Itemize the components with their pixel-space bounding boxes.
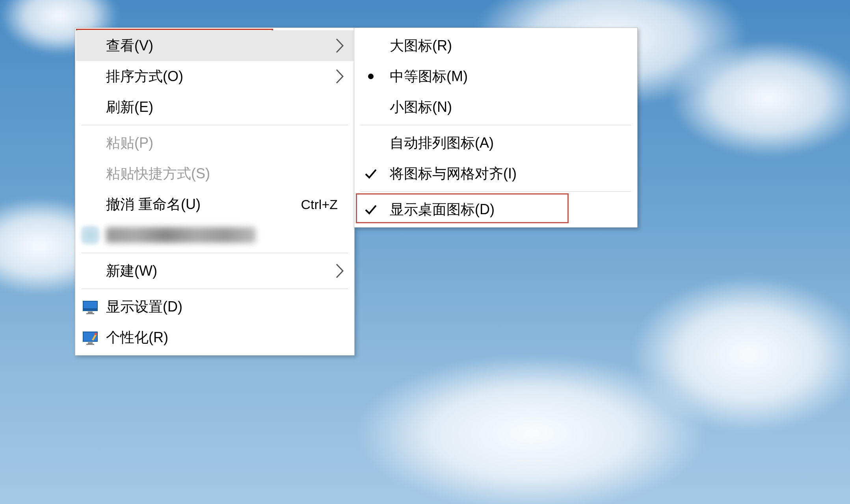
menu-label: 排序方式(O) xyxy=(106,67,334,86)
menu-label: 个性化(R) xyxy=(106,328,346,347)
icon-placeholder xyxy=(79,132,101,154)
svg-point-5 xyxy=(95,333,97,335)
menu-item-personalize[interactable]: 个性化(R) xyxy=(76,322,353,353)
redacted-text xyxy=(106,227,256,243)
menu-separator xyxy=(361,191,631,192)
menu-separator xyxy=(361,125,631,125)
icon-placeholder xyxy=(79,163,101,185)
view-submenu: 大图标(R) 中等图标(M) 小图标(N) 自动排列图标(A) 将图标与网格对齐… xyxy=(354,28,638,228)
menu-separator xyxy=(82,289,348,289)
menu-label: 撤消 重命名(U) xyxy=(106,195,301,214)
svg-rect-2 xyxy=(88,311,93,313)
menu-item-small-icons[interactable]: 小图标(N) xyxy=(355,92,636,122)
chevron-right-icon xyxy=(334,40,346,52)
icon-placeholder xyxy=(79,35,101,57)
check-icon xyxy=(359,167,383,180)
menu-item-view[interactable]: 查看(V) xyxy=(76,30,353,61)
chevron-right-icon xyxy=(334,70,346,82)
menu-shortcut: Ctrl+Z xyxy=(301,197,346,212)
menu-label: 粘贴快捷方式(S) xyxy=(106,164,346,183)
menu-item-new[interactable]: 新建(W) xyxy=(76,256,353,286)
personalize-icon xyxy=(79,326,101,348)
menu-label: 粘贴(P) xyxy=(106,133,346,153)
icon-placeholder xyxy=(79,260,101,282)
redacted-icon xyxy=(81,226,100,245)
menu-label: 中等图标(M) xyxy=(390,67,629,86)
menu-item-display-settings[interactable]: 显示设置(D) xyxy=(76,291,353,322)
menu-separator xyxy=(82,125,348,125)
chevron-right-icon xyxy=(334,265,346,277)
radio-selected-icon xyxy=(359,74,383,79)
menu-item-auto-arrange[interactable]: 自动排列图标(A) xyxy=(355,128,636,158)
desktop-context-menu: 查看(V) 排序方式(O) 刷新(E) 粘贴(P) 粘贴快捷方式(S) 撤消 重… xyxy=(75,28,355,356)
menu-separator xyxy=(82,253,348,253)
svg-rect-7 xyxy=(86,344,94,345)
svg-rect-3 xyxy=(86,313,94,314)
monitor-icon xyxy=(79,296,101,318)
menu-label: 自动排列图标(A) xyxy=(390,133,629,153)
menu-item-medium-icons[interactable]: 中等图标(M) xyxy=(355,61,636,92)
menu-label: 查看(V) xyxy=(106,36,334,56)
icon-placeholder xyxy=(79,193,101,215)
menu-item-show-desktop-icons[interactable]: 显示桌面图标(D) xyxy=(355,194,636,225)
menu-item-undo-rename[interactable]: 撤消 重命名(U) Ctrl+Z xyxy=(76,189,353,220)
menu-item-paste-shortcut: 粘贴快捷方式(S) xyxy=(76,158,353,189)
menu-label: 将图标与网格对齐(I) xyxy=(390,164,629,183)
menu-item-sort[interactable]: 排序方式(O) xyxy=(76,61,353,92)
svg-rect-6 xyxy=(88,342,93,344)
menu-item-paste: 粘贴(P) xyxy=(76,128,353,158)
menu-item-redacted[interactable] xyxy=(76,220,353,250)
menu-label: 大图标(R) xyxy=(390,36,629,56)
menu-item-refresh[interactable]: 刷新(E) xyxy=(76,92,353,122)
check-icon xyxy=(359,203,383,216)
menu-item-large-icons[interactable]: 大图标(R) xyxy=(355,30,636,61)
menu-label: 显示桌面图标(D) xyxy=(390,200,629,219)
menu-label: 小图标(N) xyxy=(390,98,629,117)
menu-label: 新建(W) xyxy=(106,261,334,281)
menu-label: 显示设置(D) xyxy=(106,297,346,317)
icon-placeholder xyxy=(79,96,101,118)
icon-placeholder xyxy=(79,65,101,87)
menu-label: 刷新(E) xyxy=(106,98,346,117)
menu-item-align-grid[interactable]: 将图标与网格对齐(I) xyxy=(355,158,636,189)
svg-rect-1 xyxy=(83,308,97,311)
